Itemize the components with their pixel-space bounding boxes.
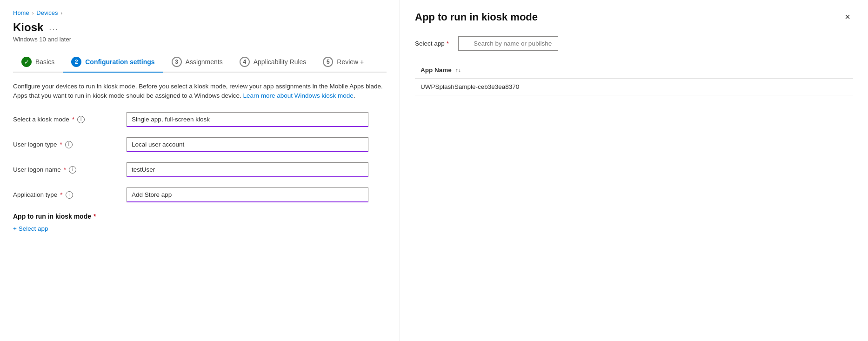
tab-basics-check: ✓ — [21, 57, 32, 67]
table-row[interactable]: UWPSplashSample-ceb3e3ea8370 — [415, 79, 853, 95]
app-table: App Name ↑↓ UWPSplashSample-ceb3e3ea8370 — [415, 62, 853, 95]
kiosk-mode-required: * — [72, 116, 74, 123]
application-type-info-icon[interactable]: i — [66, 191, 73, 199]
tab-applicability[interactable]: 4 Applicability Rules — [231, 52, 315, 72]
panel-title: App to run in kiosk mode — [415, 11, 538, 23]
tab-config-number: 2 — [71, 57, 81, 67]
description: Configure your devices to run in kiosk m… — [13, 82, 387, 101]
user-logon-type-required: * — [60, 141, 62, 148]
breadcrumb-sep2: › — [61, 10, 63, 16]
kiosk-mode-row: Select a kiosk mode * i — [13, 112, 387, 127]
table-header-row: App Name ↑↓ — [415, 62, 853, 79]
panel-select-row: Select app * 🔍 — [415, 36, 853, 51]
application-type-label: Application type * i — [13, 187, 115, 199]
kiosk-mode-input[interactable] — [127, 112, 368, 127]
application-type-required: * — [60, 191, 62, 198]
tab-config-label: Configuration settings — [85, 58, 154, 66]
app-section-required: * — [93, 213, 96, 220]
user-logon-type-label: User logon type * i — [13, 137, 115, 148]
right-panel: App to run in kiosk mode × Select app * … — [400, 0, 868, 341]
breadcrumb: Home › Devices › — [13, 9, 387, 16]
breadcrumb-home[interactable]: Home — [13, 9, 29, 16]
app-section-heading: App to run in kiosk mode * — [13, 213, 387, 220]
col-app-name[interactable]: App Name ↑↓ — [415, 62, 853, 79]
kiosk-mode-label: Select a kiosk mode * i — [13, 112, 115, 123]
user-logon-type-row: User logon type * i — [13, 137, 387, 152]
page-menu-dots[interactable]: ... — [49, 23, 59, 33]
panel-header: App to run in kiosk mode × — [415, 11, 853, 23]
application-type-input[interactable] — [127, 187, 368, 202]
breadcrumb-sep1: › — [32, 10, 34, 16]
user-logon-type-info-icon[interactable]: i — [65, 141, 73, 148]
user-logon-name-label: User logon name * i — [13, 162, 115, 174]
tab-review-label: Review + — [337, 58, 364, 66]
learn-more-link[interactable]: Learn more about Windows kiosk mode — [243, 92, 354, 99]
user-logon-name-input[interactable] — [127, 162, 368, 177]
select-app-link[interactable]: + Select app — [13, 225, 48, 232]
user-logon-type-input[interactable] — [127, 137, 368, 152]
left-panel: Home › Devices › Kiosk ... Windows 10 an… — [0, 0, 400, 341]
user-logon-name-required: * — [64, 166, 66, 173]
panel-select-label: Select app * — [415, 40, 449, 47]
app-name-cell: UWPSplashSample-ceb3e3ea8370 — [415, 79, 853, 95]
page-title-row: Kiosk ... — [13, 21, 387, 34]
search-input[interactable] — [458, 36, 558, 51]
tab-config[interactable]: 2 Configuration settings — [63, 52, 163, 73]
tab-basics-label: Basics — [35, 58, 54, 66]
tab-assignments-label: Assignments — [186, 58, 223, 66]
user-logon-name-row: User logon name * i — [13, 162, 387, 177]
kiosk-mode-info-icon[interactable]: i — [77, 116, 85, 123]
user-logon-name-info-icon[interactable]: i — [69, 166, 76, 174]
tab-review[interactable]: 5 Review + — [314, 52, 372, 72]
tab-assignments[interactable]: 3 Assignments — [163, 52, 231, 72]
search-wrapper: 🔍 — [458, 36, 635, 51]
close-button[interactable]: × — [842, 11, 853, 22]
sort-icon: ↑↓ — [455, 67, 461, 74]
tab-assignments-number: 3 — [172, 57, 182, 67]
tab-review-number: 5 — [323, 57, 333, 67]
app-table-body: UWPSplashSample-ceb3e3ea8370 — [415, 79, 853, 95]
tab-applicability-number: 4 — [240, 57, 250, 67]
breadcrumb-devices[interactable]: Devices — [36, 9, 58, 16]
tab-basics[interactable]: ✓ Basics — [13, 52, 63, 72]
panel-select-required: * — [447, 40, 449, 47]
tab-applicability-label: Applicability Rules — [254, 58, 307, 66]
page-title: Kiosk — [13, 21, 43, 34]
application-type-row: Application type * i — [13, 187, 387, 202]
page-subtitle: Windows 10 and later — [13, 36, 387, 43]
wizard-tabs: ✓ Basics 2 Configuration settings 3 Assi… — [13, 52, 387, 73]
